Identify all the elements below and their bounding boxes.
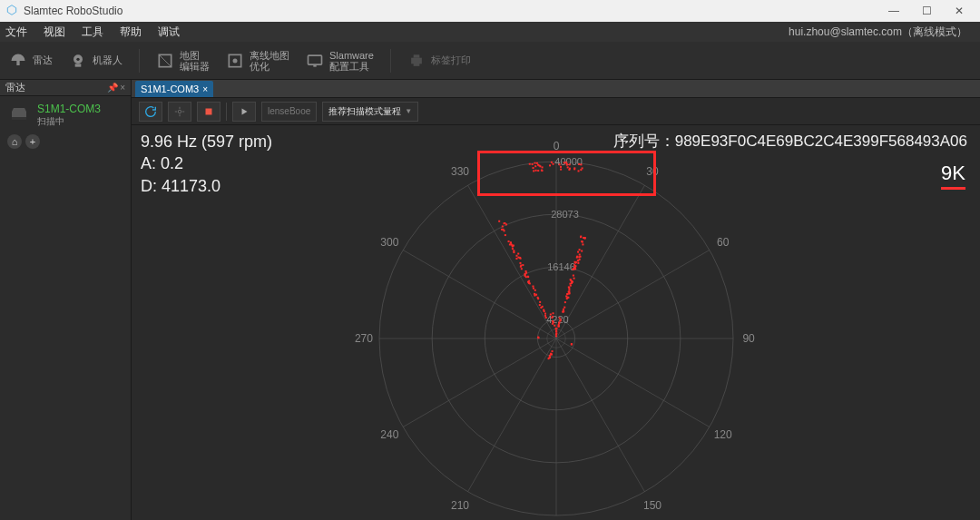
svg-rect-81 [515,255,517,257]
mode-combo-1-label: lenseBooe [268,106,310,116]
range-badge: 9K [941,162,965,190]
svg-rect-137 [578,256,580,258]
svg-rect-147 [577,262,579,264]
svg-rect-237 [554,335,556,337]
scan-mode-label: 推荐扫描模式量程 [328,105,401,118]
svg-rect-140 [567,291,569,293]
svg-text:90: 90 [742,332,755,345]
svg-rect-101 [498,221,500,222]
map-editor-icon [156,52,174,70]
tool-slamware-config[interactable]: Slamware 配置工具 [306,50,374,72]
app-logo-icon [5,4,18,19]
svg-text:120: 120 [713,428,731,441]
svg-text:300: 300 [380,236,398,249]
svg-rect-139 [581,250,583,251]
svg-rect-60 [534,289,535,291]
svg-rect-104 [524,275,525,277]
svg-rect-215 [558,322,560,324]
tab-active[interactable]: S1M1-COM3 × [135,81,213,97]
tool-offline-map[interactable]: 离线地图 优化 [226,50,289,72]
panel-close-icon[interactable]: × [120,83,125,93]
svg-rect-164 [571,281,573,283]
svg-rect-94 [502,229,504,231]
svg-point-2 [76,57,79,60]
device-item[interactable]: S1M1-COM3 扫描中 [0,96,131,134]
svg-rect-231 [549,357,551,358]
svg-point-13 [178,110,181,113]
svg-rect-87 [519,266,521,268]
mode-combo-1[interactable]: lenseBooe [261,102,317,122]
svg-line-25 [556,338,645,492]
tool-slamware-label-2: 配置工具 [329,61,374,72]
svg-rect-107 [510,242,512,244]
tool-offline-map-label-1: 离线地图 [250,50,289,61]
svg-rect-146 [568,289,570,290]
svg-rect-111 [564,307,565,309]
svg-line-28 [403,338,556,427]
menu-debug[interactable]: 调试 [158,25,180,40]
svg-rect-67 [517,252,519,254]
svg-rect-102 [501,225,503,227]
svg-rect-162 [583,238,585,240]
viewport[interactable]: 9.96 Hz (597 rpm) A: 0.2 D: 41173.0 序列号：… [132,125,980,520]
svg-rect-3 [75,64,82,66]
radar-icon [9,52,27,70]
svg-rect-155 [574,265,576,267]
play-button[interactable] [232,102,256,122]
scan-mode-combo[interactable]: 推荐扫描模式量程 ▼ [322,102,418,122]
tool-robot-label: 机器人 [93,54,122,67]
svg-rect-150 [573,268,574,270]
user-info[interactable]: hui.zhou@slamtec.com（离线模式） [789,25,975,40]
menu-view[interactable]: 视图 [44,25,65,40]
svg-rect-98 [520,268,522,270]
svg-rect-141 [568,292,570,294]
svg-point-6 [233,58,238,63]
svg-rect-159 [565,298,567,299]
svg-rect-75 [522,264,524,266]
device-home-button[interactable]: ⌂ [7,134,22,149]
sidepanel-header: 雷达 📌 × [0,80,131,96]
svg-rect-99 [540,307,542,309]
tool-radar[interactable]: 雷达 [9,52,53,70]
minimize-button[interactable]: — [878,1,909,21]
record-stop-button[interactable] [197,102,220,122]
svg-rect-115 [577,250,579,252]
menu-help[interactable]: 帮助 [120,25,142,40]
svg-rect-165 [581,240,583,242]
tool-robot[interactable]: 机器人 [69,52,122,70]
tool-print[interactable]: 标签打印 [407,52,471,70]
tab-close-icon[interactable]: × [202,84,208,94]
offline-map-icon [226,52,244,70]
svg-rect-57 [507,240,509,242]
sidepanel-title: 雷达 [5,81,25,94]
device-status: 扫描中 [37,115,101,128]
svg-rect-167 [567,286,569,288]
controlbar-separator [226,103,227,121]
maximize-button[interactable]: ☐ [911,1,942,21]
device-add-button[interactable]: + [25,134,40,149]
svg-rect-151 [578,259,580,260]
svg-rect-92 [513,251,514,253]
svg-rect-132 [564,301,565,303]
svg-text:28073: 28073 [551,209,579,220]
stats-overlay: 9.96 Hz (597 rpm) A: 0.2 D: 41173.0 [141,131,272,197]
svg-rect-120 [578,249,580,250]
svg-rect-48 [532,285,534,287]
svg-rect-166 [580,235,582,237]
close-button[interactable]: ✕ [944,1,975,21]
menubar: 文件 视图 工具 帮助 调试 hui.zhou@slamtec.com（离线模式… [0,22,980,42]
tool-map-editor[interactable]: 地图 编辑器 [156,50,210,72]
pin-icon[interactable]: 📌 [107,83,118,93]
svg-rect-80 [527,276,529,278]
svg-rect-163 [576,256,578,258]
menu-tools[interactable]: 工具 [82,25,103,40]
crosshair-button[interactable] [168,102,191,122]
svg-rect-205 [549,313,551,315]
svg-rect-221 [537,337,539,338]
svg-rect-135 [562,309,564,310]
refresh-button[interactable] [139,102,162,122]
menu-file[interactable]: 文件 [5,25,27,40]
lidar-device-icon [8,103,30,124]
svg-text:270: 270 [354,332,372,345]
sidepanel: 雷达 📌 × S1M1-COM3 扫描中 ⌂ + [0,80,132,520]
